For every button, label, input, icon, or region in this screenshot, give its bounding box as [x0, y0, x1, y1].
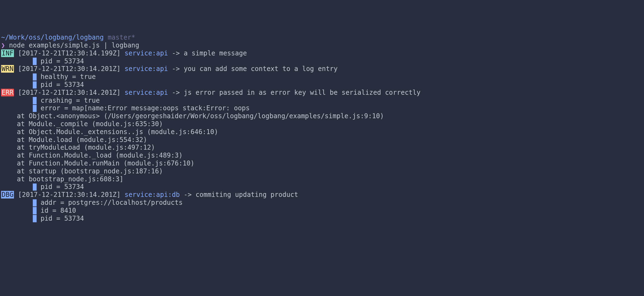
field-bar-icon — [33, 199, 37, 206]
terminal-line: ❯ node examples/simple.js | logbang — [1, 42, 643, 49]
log-timestamp: [2017-12-21T12:30:14.201Z] — [18, 191, 121, 199]
log-message: a simple message — [184, 49, 247, 57]
log-field: error = map[name:Error message:oops stac… — [37, 104, 250, 112]
terminal-line: healthy = true — [1, 73, 643, 81]
log-level-badge: WRN — [1, 65, 14, 73]
stack-frame: at startup (bootstrap_node.js:187:16) — [1, 167, 163, 175]
terminal-line: at Object.<anonymous> (/Users/georgeshai… — [1, 112, 643, 120]
log-timestamp: [2017-12-21T12:30:14.199Z] — [18, 49, 121, 57]
terminal-line: pid = 53734 — [1, 57, 643, 65]
log-message: commiting updating product — [196, 191, 298, 199]
log-message: you can add some context to a log entry — [184, 65, 338, 73]
terminal-line: crashing = true — [1, 97, 643, 105]
log-field: id = 8410 — [37, 207, 76, 214]
stack-frame: at Function.Module.runMain (module.js:67… — [1, 159, 194, 167]
field-bar-icon — [33, 81, 37, 88]
terminal-line: DBG [2017-12-21T12:30:14.201Z] service:a… — [1, 191, 643, 199]
stack-frame: at tryModuleLoad (module.js:497:12) — [1, 144, 155, 151]
stack-frame: at Function.Module._load (module.js:489:… — [1, 152, 183, 159]
log-field: pid = 53734 — [37, 81, 84, 88]
terminal-line: at startup (bootstrap_node.js:187:16) — [1, 167, 643, 175]
log-field: pid = 53734 — [37, 215, 84, 222]
terminal-line: at Module.load (module.js:554:32) — [1, 136, 643, 144]
log-service: service:api — [125, 89, 168, 96]
terminal-line: at Object.Module._extensions..js (module… — [1, 128, 643, 136]
terminal-line: at bootstrap_node.js:608:3] — [1, 175, 643, 183]
log-arrow: -> — [184, 191, 192, 199]
log-timestamp: [2017-12-21T12:30:14.201Z] — [18, 65, 121, 73]
field-bar-icon — [33, 97, 37, 104]
terminal-line: addr = postgres://localhost/products — [1, 199, 643, 207]
field-bar-icon — [33, 215, 37, 222]
cwd-path: ~/Work/oss/logbang/logbang — [1, 34, 104, 41]
log-service: service:api — [125, 49, 168, 57]
terminal-line: at Function.Module._load (module.js:489:… — [1, 152, 643, 159]
log-field: addr = postgres://localhost/products — [37, 199, 183, 206]
command-text: node examples/simple.js | logbang — [9, 42, 139, 49]
git-branch: master* — [108, 34, 135, 41]
stack-frame: at Module._compile (module.js:635:30) — [1, 120, 163, 128]
field-bar-icon — [33, 73, 37, 81]
terminal-line: ~/Work/oss/logbang/logbang master* — [1, 34, 643, 42]
terminal-line: WRN [2017-12-21T12:30:14.201Z] service:a… — [1, 65, 643, 73]
terminal-line: error = map[name:Error message:oops stac… — [1, 104, 643, 112]
log-level-badge: INF — [1, 49, 14, 57]
log-level-badge: DBG — [1, 191, 14, 199]
field-bar-icon — [33, 58, 37, 65]
terminal-line: pid = 53734 — [1, 215, 643, 223]
terminal-output[interactable]: ~/Work/oss/logbang/logbang master*❯ node… — [1, 34, 643, 222]
stack-frame: at Object.<anonymous> (/Users/georgeshai… — [1, 112, 384, 120]
log-service: service:api — [125, 65, 168, 73]
terminal-line: pid = 53734 — [1, 81, 643, 89]
log-field: crashing = true — [37, 97, 100, 104]
stack-frame: at Object.Module._extensions..js (module… — [1, 128, 218, 136]
log-field: pid = 53734 — [37, 57, 84, 65]
log-level-badge: ERR — [1, 89, 14, 96]
prompt-symbol: ❯ — [1, 42, 5, 49]
terminal-line: at tryModuleLoad (module.js:497:12) — [1, 144, 643, 152]
terminal-line: at Module._compile (module.js:635:30) — [1, 120, 643, 128]
log-field: pid = 53734 — [37, 183, 84, 191]
terminal-line: id = 8410 — [1, 207, 643, 215]
stack-frame: at bootstrap_node.js:608:3] — [1, 175, 123, 183]
field-bar-icon — [33, 183, 37, 191]
log-arrow: -> — [172, 89, 180, 96]
terminal-line: ERR [2017-12-21T12:30:14.201Z] service:a… — [1, 89, 643, 97]
log-service: service:api:db — [125, 191, 180, 199]
log-arrow: -> — [172, 65, 180, 73]
field-bar-icon — [33, 105, 37, 112]
log-message: js error passed in as error key will be … — [184, 89, 421, 96]
terminal-line: at Function.Module.runMain (module.js:67… — [1, 159, 643, 167]
terminal-line: INF [2017-12-21T12:30:14.199Z] service:a… — [1, 49, 643, 57]
log-timestamp: [2017-12-21T12:30:14.201Z] — [18, 89, 121, 96]
stack-frame: at Module.load (module.js:554:32) — [1, 136, 147, 144]
terminal-line: pid = 53734 — [1, 183, 643, 191]
field-bar-icon — [33, 207, 37, 214]
log-arrow: -> — [172, 49, 180, 57]
log-field: healthy = true — [37, 73, 96, 81]
